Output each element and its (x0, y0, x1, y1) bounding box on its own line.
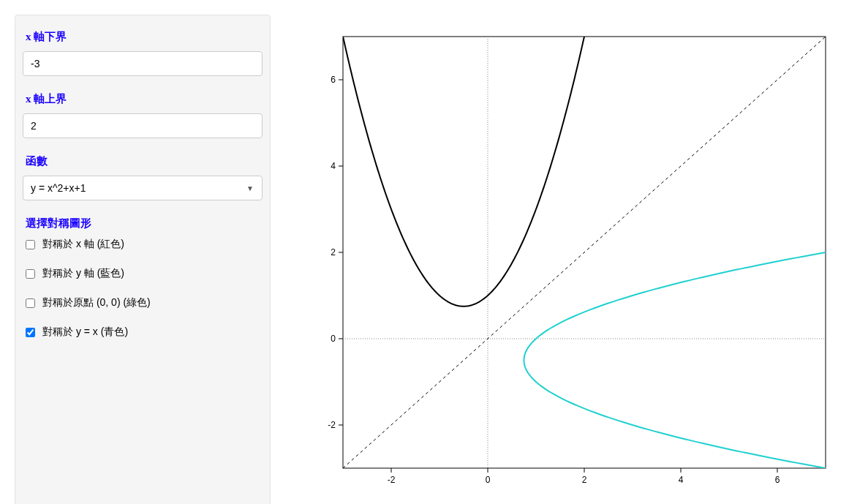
symmetry-checkbox[interactable] (26, 240, 35, 249)
svg-text:-2: -2 (328, 420, 336, 430)
svg-text:2: 2 (331, 247, 336, 257)
svg-text:4: 4 (678, 475, 683, 485)
symmetry-checkbox-row[interactable]: 對稱於原點 (0, 0) (綠色) (23, 296, 263, 309)
function-select[interactable]: y = x^2+x+1 (23, 176, 263, 200)
symmetry-checkbox[interactable] (26, 269, 35, 279)
function-field: 函數 y = x^2+x+1 ▼ (23, 154, 263, 200)
svg-text:4: 4 (331, 161, 336, 171)
function-plot: -20246-20246 (314, 15, 840, 504)
x-lower-field: x 軸下界 (23, 30, 263, 76)
symmetry-checkbox[interactable] (26, 328, 35, 337)
svg-text:0: 0 (331, 334, 336, 344)
x-upper-field: x 軸上界 (23, 92, 263, 138)
svg-text:-2: -2 (387, 475, 395, 485)
symmetry-checkbox-label: 對稱於 y 軸 (藍色) (42, 267, 124, 280)
svg-line-4 (343, 37, 826, 468)
symmetry-checkbox-label: 對稱於原點 (0, 0) (綠色) (42, 296, 151, 309)
svg-text:0: 0 (485, 475, 490, 485)
svg-text:2: 2 (581, 475, 586, 485)
symmetry-checkbox-row[interactable]: 對稱於 x 軸 (紅色) (23, 238, 263, 251)
symmetry-checkbox-row[interactable]: 對稱於 y = x (青色) (23, 326, 263, 339)
x-lower-label: x 軸下界 (23, 30, 263, 44)
x-upper-input[interactable] (23, 113, 263, 138)
x-lower-input[interactable] (23, 51, 263, 76)
symmetry-label: 選擇對稱圖形 (23, 217, 263, 230)
symmetry-checkbox-group: 對稱於 x 軸 (紅色)對稱於 y 軸 (藍色)對稱於原點 (0, 0) (綠色… (23, 238, 263, 339)
symmetry-checkbox-label: 對稱於 x 軸 (紅色) (42, 238, 124, 251)
function-label: 函數 (23, 154, 263, 168)
symmetry-checkbox-label: 對稱於 y = x (青色) (42, 326, 128, 339)
function-select-wrap[interactable]: y = x^2+x+1 ▼ (23, 176, 263, 200)
symmetry-field: 選擇對稱圖形 對稱於 x 軸 (紅色)對稱於 y 軸 (藍色)對稱於原點 (0,… (23, 217, 263, 339)
control-panel: x 軸下界 x 軸上界 函數 y = x^2+x+1 ▼ 選擇對稱圖形 對稱於 … (15, 15, 271, 504)
x-upper-label: x 軸上界 (23, 92, 263, 106)
plot-area: -20246-20246 (300, 15, 853, 504)
symmetry-checkbox-row[interactable]: 對稱於 y 軸 (藍色) (23, 267, 263, 280)
svg-text:6: 6 (774, 475, 780, 485)
svg-text:6: 6 (331, 75, 336, 85)
symmetry-checkbox[interactable] (26, 298, 35, 308)
